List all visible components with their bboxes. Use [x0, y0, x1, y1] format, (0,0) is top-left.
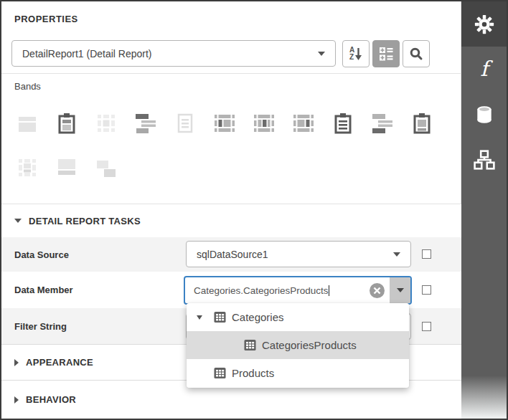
- band-report-footer-icon[interactable]: [410, 110, 434, 136]
- text-cursor: [329, 285, 329, 296]
- band-page-header-icon[interactable]: [94, 110, 118, 136]
- band-vertical-header-icon[interactable]: [212, 110, 237, 136]
- expand-arrow-icon: [14, 359, 19, 366]
- tool-sidebar: f: [461, 1, 507, 419]
- popup-item-label: Categories: [232, 311, 284, 323]
- band-detail-icon[interactable]: [173, 110, 197, 136]
- table-icon: [214, 367, 226, 379]
- band-page-footer-icon[interactable]: [331, 110, 355, 136]
- chevron-down-icon: [393, 252, 400, 257]
- chevron-down-icon: [397, 288, 404, 292]
- band-report-header-icon[interactable]: [55, 110, 79, 136]
- section-title: APPEARANCE: [26, 357, 93, 368]
- data-member-checkbox[interactable]: [422, 285, 431, 295]
- category-view-button[interactable]: [372, 40, 400, 67]
- popup-item-label: Products: [232, 367, 274, 379]
- bands-row-1: [15, 110, 434, 136]
- section-title: BEHAVIOR: [26, 394, 76, 405]
- sort-az-icon: AZ: [349, 46, 362, 62]
- database-icon: [475, 105, 494, 125]
- data-source-value: sqlDataSource1: [197, 249, 393, 260]
- data-source-label: Data Source: [14, 249, 69, 260]
- bands-label: Bands: [14, 81, 41, 92]
- filter-string-checkbox[interactable]: [422, 322, 431, 331]
- band-bottom-margin-icon[interactable]: [55, 155, 79, 181]
- sort-az-button[interactable]: AZ: [342, 40, 370, 67]
- band-group-header-icon[interactable]: [133, 110, 158, 136]
- divider: [1, 73, 461, 74]
- category-view-icon: [380, 47, 393, 61]
- band-vertical-total-icon[interactable]: [291, 110, 316, 136]
- clear-x-icon: [373, 287, 381, 295]
- data-source-row: Data Source sqlDataSource1: [1, 237, 461, 272]
- collapse-arrow-icon: [14, 219, 22, 223]
- expand-arrow-icon: [14, 396, 19, 404]
- data-member-popup: Categories CategoriesProducts Products: [187, 303, 409, 388]
- band-top-margin-icon[interactable]: [15, 110, 39, 136]
- chevron-down-icon: [318, 52, 325, 56]
- properties-panel: PROPERTIES DetailReport1 (Detail Report)…: [1, 1, 461, 419]
- popup-item-products[interactable]: Products: [187, 359, 409, 387]
- data-member-input[interactable]: Categories.CategoriesProducts: [185, 285, 370, 296]
- data-source-checkbox[interactable]: [422, 249, 431, 259]
- sidebar-tab-properties[interactable]: [461, 1, 507, 47]
- data-source-dropdown[interactable]: sqlDataSource1: [186, 241, 411, 267]
- component-selector-value: DetailReport1 (Detail Report): [22, 48, 318, 59]
- search-button[interactable]: [403, 40, 430, 67]
- properties-window: PROPERTIES DetailReport1 (Detail Report)…: [0, 0, 508, 420]
- section-detail-report-tasks[interactable]: DETAIL REPORT TASKS: [1, 204, 461, 237]
- popup-item-categoriesproducts[interactable]: CategoriesProducts: [187, 331, 409, 359]
- band-vertical-detail-icon[interactable]: [252, 110, 276, 136]
- clear-button[interactable]: [370, 283, 385, 298]
- popup-item-label: CategoriesProducts: [262, 339, 357, 351]
- tree-collapse-arrow-icon[interactable]: [197, 315, 214, 320]
- section-title: DETAIL REPORT TASKS: [29, 216, 141, 226]
- panel-title: PROPERTIES: [14, 14, 78, 24]
- table-icon: [214, 311, 226, 323]
- band-sub-band-icon[interactable]: [15, 155, 39, 181]
- data-member-label: Data Member: [14, 285, 73, 295]
- band-group-footer-icon[interactable]: [370, 110, 395, 136]
- sidebar-tab-report-explorer[interactable]: [461, 137, 507, 182]
- sidebar-bottom-fade: [461, 376, 507, 419]
- band-detail-report-icon[interactable]: [94, 155, 118, 181]
- search-icon: [409, 47, 423, 61]
- table-icon: [244, 339, 256, 351]
- filter-string-label: Filter String: [14, 321, 67, 332]
- component-selector-dropdown[interactable]: DetailReport1 (Detail Report): [11, 40, 336, 67]
- hierarchy-icon: [474, 150, 495, 170]
- function-fx-icon: f: [480, 59, 488, 80]
- data-member-combobox[interactable]: Categories.CategoriesProducts: [184, 276, 412, 305]
- popup-item-categories[interactable]: Categories: [187, 303, 409, 331]
- gear-icon: [474, 14, 495, 35]
- sidebar-tab-expressions[interactable]: f: [461, 47, 507, 92]
- data-member-dropdown-button[interactable]: [390, 277, 410, 303]
- bands-row-2: [15, 155, 118, 181]
- sidebar-tab-field-list[interactable]: [461, 92, 507, 137]
